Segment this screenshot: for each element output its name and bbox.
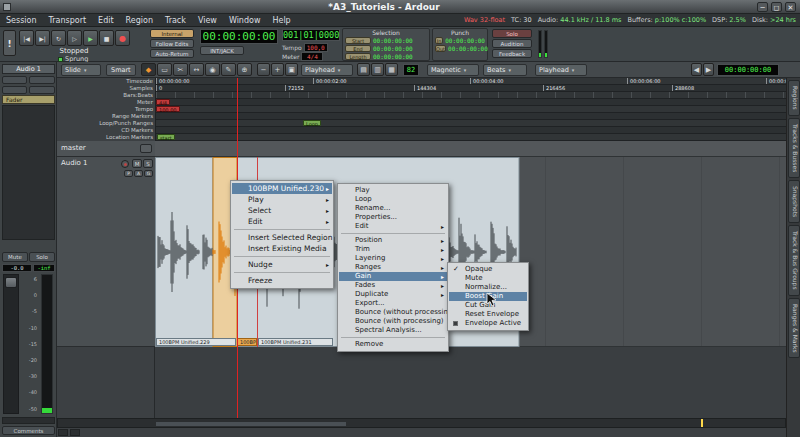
tab-ranges-marks[interactable]: Ranges & Marks <box>788 298 800 359</box>
strip-name-button[interactable]: Audio 1 <box>2 64 55 74</box>
menu-item-position[interactable]: Position▸ <box>339 236 447 245</box>
menu-item-bounce-with-processing[interactable]: Bounce (with processing) <box>339 317 447 326</box>
stop-button[interactable]: ■ <box>99 30 114 46</box>
track-m-button[interactable]: M <box>132 159 142 168</box>
ruler-range-markers[interactable] <box>156 113 786 120</box>
menu-item-spectral-analysis[interactable]: Spectral Analysis... <box>339 326 447 335</box>
processor-box[interactable] <box>2 105 55 240</box>
nudge-forward-button[interactable]: ▶ <box>703 63 714 76</box>
master-track-lane[interactable] <box>155 141 786 157</box>
nudge-clock[interactable]: 00:00:00:00 <box>717 64 779 76</box>
edit-mode-dropdown[interactable]: Slide <box>61 64 101 76</box>
draw-tool[interactable]: ✎ <box>221 63 236 76</box>
track-s-button[interactable]: S <box>143 159 153 168</box>
edit-point-dropdown[interactable]: Playhead <box>535 64 587 76</box>
tempo-display[interactable]: Tempo 100,0 <box>282 43 328 52</box>
meter-display[interactable]: Meter 4/4 <box>282 52 323 61</box>
ruler-meter[interactable]: 4/4 <box>156 99 786 106</box>
menu-item-envelope-active[interactable]: Envelope Active <box>449 319 527 328</box>
master-track-name[interactable]: master <box>61 144 86 152</box>
window-menu-icon[interactable] <box>3 3 11 11</box>
sync-source-button[interactable]: INT/JACK <box>200 46 244 55</box>
zoom-fit-button[interactable]: ▣ <box>285 63 298 76</box>
master-button[interactable] <box>140 144 152 153</box>
menu-help[interactable]: Help <box>266 14 296 27</box>
audio-track-name[interactable]: Audio 1 <box>61 159 88 167</box>
midi-panic-button[interactable]: ! <box>3 30 16 56</box>
menu-region[interactable]: Region <box>120 14 159 27</box>
menu-item-reset-envelope[interactable]: Reset Envelope <box>449 310 527 319</box>
ruler-loop-punch-ranges[interactable]: Loop <box>156 120 786 127</box>
tab-regions[interactable]: Regions <box>788 80 800 116</box>
punch-out-clock[interactable]: 00:00:00:00 <box>448 45 488 52</box>
region-plate-100bpm-unified-231[interactable]: 100BPM Unified.231 <box>258 338 333 346</box>
bottom-left-button[interactable] <box>58 429 68 436</box>
menu-item-select[interactable]: Select▸ <box>232 205 332 216</box>
marker-100-00[interactable]: 100,00 <box>156 106 180 112</box>
minimize-button[interactable]: ─ <box>757 2 768 12</box>
gain-fader[interactable] <box>3 274 19 414</box>
gain-display[interactable]: -0.0 <box>2 264 32 272</box>
mute-button[interactable]: Mute <box>2 252 28 262</box>
record-button[interactable]: ● <box>115 30 130 46</box>
strip-input-button[interactable] <box>2 76 27 84</box>
loop-button[interactable]: ↻ <box>51 30 66 46</box>
menu-item-insert-existing-media[interactable]: Insert Existing Media <box>232 243 332 254</box>
empty-canvas-area[interactable] <box>155 347 786 418</box>
strip-phase-button[interactable] <box>29 76 55 84</box>
menu-item-rename[interactable]: Rename... <box>339 204 447 213</box>
tab-track-bus-groups[interactable]: Track & Bus Groups <box>788 225 800 296</box>
region-plate-100bpm-unified-229[interactable]: 100BPM Unified.229 <box>156 338 236 346</box>
menu-item-bounce-without-processing[interactable]: Bounce (without processing) <box>339 308 447 317</box>
feedback-button[interactable]: Feedback <box>492 49 532 58</box>
menu-item-export[interactable]: Export... <box>339 299 447 308</box>
punch-in-clock[interactable]: 00:00:00:00 <box>445 37 485 44</box>
solo-button[interactable]: Solo <box>492 29 532 38</box>
snap-unit-dropdown[interactable]: Beats <box>483 64 527 76</box>
menu-item-fades[interactable]: Fades▸ <box>339 281 447 290</box>
menu-item-edit[interactable]: Edit▸ <box>339 222 447 231</box>
ruler-location-markers[interactable]: start <box>156 134 786 141</box>
comments-button[interactable]: Comments <box>2 426 55 435</box>
primary-clock[interactable]: 00:00:00:00 <box>200 29 278 44</box>
audio-track-header[interactable]: Audio 1 MS PAG <box>57 157 155 347</box>
play-range-button[interactable]: ▷ <box>67 30 82 46</box>
processor-fader-entry[interactable]: Fader <box>2 95 55 104</box>
menu-item-properties[interactable]: Properties... <box>339 213 447 222</box>
peak-display[interactable]: -inf <box>33 264 55 272</box>
zoom-tool[interactable]: ⊕ <box>237 63 252 76</box>
stretch-tool[interactable]: ↔ <box>189 63 204 76</box>
menu-item-gain[interactable]: Gain▸ <box>339 272 447 281</box>
menu-view[interactable]: View <box>192 14 223 27</box>
secondary-clock[interactable]: 001|01|0000 <box>282 29 340 41</box>
menu-transport[interactable]: Transport <box>43 14 93 27</box>
selection-length-button[interactable]: Length <box>345 53 371 60</box>
ruler-samples[interactable]: 072152144304216456288608 <box>156 85 786 92</box>
track-height-small-button[interactable]: ▤ <box>357 63 370 76</box>
bottom-left-button[interactable] <box>70 429 80 436</box>
tab-snapshots[interactable]: Snapshots <box>788 180 800 223</box>
smart-mode-button[interactable]: Smart <box>106 64 136 76</box>
zoom-out-button[interactable]: − <box>257 63 270 76</box>
menu-window[interactable]: Window <box>223 14 267 27</box>
marker-4-4[interactable]: 4/4 <box>156 99 170 105</box>
punch-in-button[interactable]: In <box>435 37 443 44</box>
selection-end-clock[interactable]: 00:00:00:00 <box>373 45 413 52</box>
zoom-focus-dropdown[interactable]: Playhead <box>301 64 353 76</box>
nudge-backward-button[interactable]: ◀ <box>691 63 702 76</box>
menu-item-nudge[interactable]: Nudge▸ <box>232 259 332 270</box>
fader-handle[interactable] <box>5 277 17 288</box>
goto-start-button[interactable]: |◀ <box>19 30 34 46</box>
menu-track[interactable]: Track <box>159 14 192 27</box>
range-tool[interactable]: ▭ <box>157 63 172 76</box>
menu-item-100bpm-unified-230[interactable]: 100BPM Unified.230▸ <box>232 183 332 194</box>
master-track-header[interactable]: master <box>57 141 155 157</box>
track-height-large-button[interactable]: ▦ <box>385 63 398 76</box>
audition-tool[interactable]: ◉ <box>205 63 220 76</box>
visible-tracks-lcd[interactable]: 82 <box>403 64 419 76</box>
ruler-timecode[interactable]: 00:00:00:0000:00:02:0000:00:04:0000:00:0… <box>156 78 786 85</box>
track-p-button[interactable]: P <box>124 170 133 177</box>
menu-item-play[interactable]: Play▸ <box>232 194 332 205</box>
play-button[interactable]: ▶ <box>83 30 98 46</box>
grab-tool[interactable]: ◆ <box>141 63 156 76</box>
